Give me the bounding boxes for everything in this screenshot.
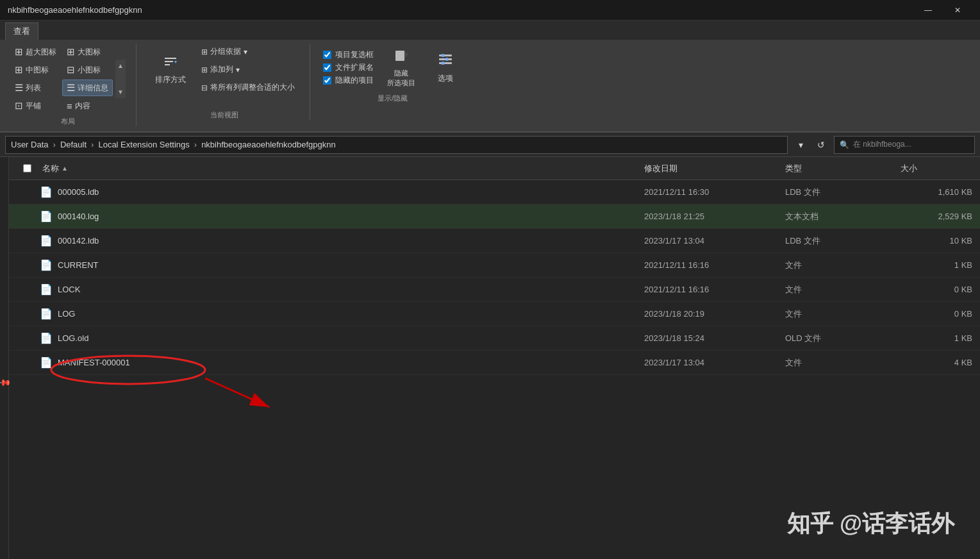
- ext-checkbox-row[interactable]: 文件扩展名: [323, 62, 374, 73]
- watermark: 知乎 @话李话外: [787, 508, 954, 540]
- file-type: LDB 文件: [783, 235, 898, 247]
- file-modified: 2023/1/17 13:04: [642, 358, 783, 367]
- file-name-col: 📄 LOG: [40, 308, 642, 320]
- table-row[interactable]: 📄 000142.ldb 2023/1/17 13:04 LDB 文件 10 K…: [9, 229, 980, 253]
- checkboxes-col: 项目复选框 文件扩展名 隐藏的项目: [323, 49, 374, 86]
- svg-point-9: [442, 54, 445, 57]
- address-bar: User Data › Default › Local Extension Se…: [0, 133, 980, 157]
- file-icon: 📄: [40, 332, 53, 344]
- title-bar: nkbihfbeogaeaoehlefnkodbefgpgknn — ✕: [0, 0, 980, 21]
- file-name: LOG: [58, 309, 75, 319]
- col-header-modified[interactable]: 修改日期: [642, 163, 783, 174]
- current-view-label: 当前视图: [210, 110, 238, 120]
- btn-tile[interactable]: ⊡ 平铺: [10, 97, 61, 114]
- btn-group-by[interactable]: ⊞ 分组依据 ▾: [197, 44, 299, 60]
- file-type: 文件: [783, 357, 898, 369]
- options-icon: [437, 51, 454, 72]
- file-size: 4 KB: [898, 358, 975, 367]
- btn-list[interactable]: ☰ 列表: [10, 79, 61, 96]
- col-header-name[interactable]: 名称 ▲: [40, 163, 642, 174]
- breadcrumb-user-data[interactable]: User Data: [11, 140, 49, 149]
- minimize-button[interactable]: —: [913, 0, 943, 21]
- file-modified: 2023/1/18 15:24: [642, 333, 783, 343]
- btn-extra-large-icon[interactable]: ⊞ 超大图标: [10, 44, 61, 60]
- file-size: 0 KB: [898, 309, 975, 319]
- svg-rect-8: [439, 62, 452, 64]
- ribbon-group-show-hide: 项目复选框 文件扩展名 隐藏的项目: [320, 44, 472, 103]
- dropdown-arrow-icon: ▾: [244, 47, 247, 56]
- table-row[interactable]: 📄 MANIFEST-000001 2023/1/17 13:04 文件 4 K…: [9, 351, 980, 375]
- btn-details[interactable]: ☰ 详细信息: [62, 79, 113, 96]
- col-header-type[interactable]: 类型: [783, 163, 898, 174]
- btn-large-icon[interactable]: ⊞ 大图标: [62, 44, 113, 60]
- file-name: 000005.ldb: [58, 187, 99, 197]
- svg-point-11: [442, 62, 445, 65]
- item-checkbox[interactable]: [323, 51, 331, 59]
- btn-sort[interactable]: 排序方式: [149, 51, 192, 88]
- add-col-icon: ⊞: [201, 65, 208, 74]
- file-name: 000142.ldb: [58, 236, 99, 246]
- file-size: 1,610 KB: [898, 187, 975, 197]
- breadcrumb-sep-3: ›: [194, 140, 197, 149]
- btn-add-col[interactable]: ⊞ 添加列 ▾: [197, 62, 299, 78]
- show-hide-label: 显示/隐藏: [378, 94, 408, 103]
- search-box[interactable]: 🔍 在 nkbihfbeoga...: [834, 136, 975, 154]
- btn-fit-col[interactable]: ⊟ 将所有列调整合适的大小: [197, 79, 299, 96]
- window-controls: — ✕: [913, 0, 972, 21]
- search-icon: 🔍: [840, 140, 849, 149]
- file-name: 000140.log: [58, 212, 99, 221]
- breadcrumb-default[interactable]: Default: [60, 140, 87, 149]
- close-button[interactable]: ✕: [943, 0, 972, 21]
- breadcrumb-ext-id[interactable]: nkbihfbeogaeaoehlefnkodbefgpgknn: [201, 140, 336, 149]
- file-type: 文件: [783, 284, 898, 296]
- btn-small-icon[interactable]: ⊟ 小图标: [62, 62, 113, 78]
- select-all-checkbox[interactable]: [23, 164, 31, 172]
- file-size: 1 KB: [898, 260, 975, 270]
- file-type: 文件: [783, 308, 898, 320]
- file-size: 1 KB: [898, 333, 975, 343]
- table-row[interactable]: 📄 LOG.old 2023/1/18 15:24 OLD 文件 1 KB: [9, 326, 980, 351]
- table-row[interactable]: 📄 LOG 2023/1/18 20:19 文件 0 KB: [9, 302, 980, 326]
- file-modified: 2023/1/17 13:04: [642, 236, 783, 246]
- file-name: CURRENT: [58, 260, 99, 270]
- fit-col-icon: ⊟: [201, 83, 208, 92]
- svg-point-10: [445, 58, 449, 61]
- breadcrumb-local-ext[interactable]: Local Extension Settings: [98, 140, 189, 149]
- layout-scroll[interactable]: ▲ ▼: [115, 60, 126, 98]
- file-modified: 2023/1/18 21:25: [642, 212, 783, 221]
- col-header-size[interactable]: 大小: [898, 163, 975, 174]
- address-path[interactable]: User Data › Default › Local Extension Se…: [5, 136, 788, 154]
- file-modified: 2021/12/11 16:16: [642, 260, 783, 270]
- tab-view[interactable]: 查看: [5, 22, 38, 40]
- table-row[interactable]: 📄 000140.log 2023/1/18 21:25 文本文档 2,529 …: [9, 204, 980, 229]
- btn-options[interactable]: 选项: [429, 48, 462, 87]
- item-checkbox-row[interactable]: 项目复选框: [323, 49, 374, 60]
- breadcrumb-sep-1: ›: [53, 140, 56, 149]
- ribbon-tabs: 查看: [0, 21, 980, 40]
- file-size: 10 KB: [898, 236, 975, 246]
- file-icon: 📄: [40, 356, 53, 369]
- table-row[interactable]: 📄 000005.ldb 2021/12/11 16:30 LDB 文件 1,6…: [9, 180, 980, 204]
- btn-hide-selected[interactable]: 隐藏 所选项目: [381, 44, 421, 91]
- btn-content[interactable]: ≡ 内容: [62, 97, 113, 114]
- table-row[interactable]: 📄 CURRENT 2021/12/11 16:16 文件 1 KB: [9, 253, 980, 278]
- sort-icon: [163, 54, 178, 73]
- hidden-checkbox-row[interactable]: 隐藏的项目: [323, 75, 374, 86]
- file-name-col: 📄 LOCK: [40, 283, 642, 296]
- file-icon: 📄: [40, 186, 53, 198]
- ext-checkbox[interactable]: [323, 63, 331, 72]
- dropdown-btn[interactable]: ▾: [792, 136, 810, 154]
- refresh-btn[interactable]: ↺: [812, 136, 830, 154]
- svg-marker-5: [404, 51, 408, 58]
- search-placeholder: 在 nkbihfbeoga...: [853, 139, 911, 150]
- table-row[interactable]: 📄 LOCK 2021/12/11 16:16 文件 0 KB: [9, 278, 980, 302]
- file-icon: 📄: [40, 259, 53, 271]
- file-type: LDB 文件: [783, 187, 898, 198]
- btn-medium-icon[interactable]: ⊞ 中图标: [10, 62, 61, 78]
- file-name: MANIFEST-000001: [58, 358, 130, 367]
- file-size: 2,529 KB: [898, 212, 975, 221]
- file-rows-container: 📄 000005.ldb 2021/12/11 16:30 LDB 文件 1,6…: [9, 180, 980, 375]
- hidden-checkbox[interactable]: [323, 76, 331, 85]
- group-by-icon: ⊞: [201, 47, 208, 56]
- file-name-col: 📄 LOG.old: [40, 332, 642, 344]
